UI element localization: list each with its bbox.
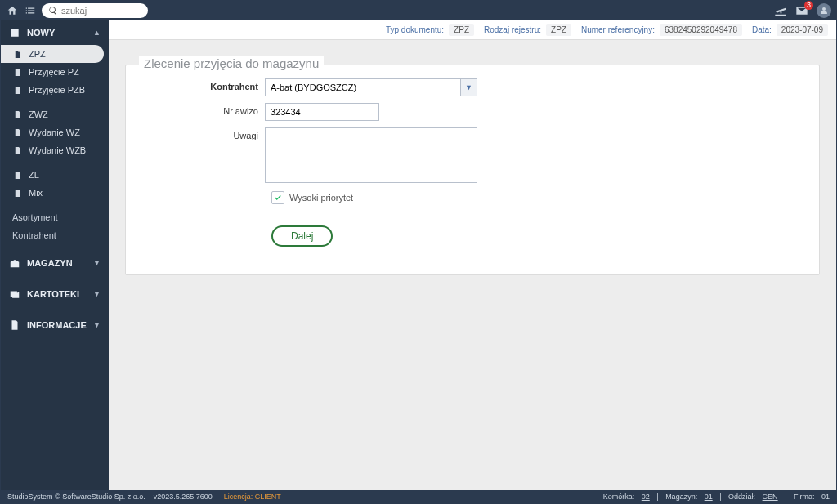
footer-magazyn-value[interactable]: 01	[705, 493, 713, 501]
sidebar-item-wydanie-wz[interactable]: Wydanie WZ	[1, 123, 109, 141]
form-panel: Zlecenie przyjęcia do magazynu Kontrahen…	[125, 65, 820, 275]
footer-copyright: StudioSystem © SoftwareStudio Sp. z o.o.…	[7, 493, 213, 501]
sidebar-item-przyjecie-pz[interactable]: Przyjęcie PZ	[1, 63, 109, 81]
home-icon[interactable]	[6, 4, 19, 17]
document-icon	[12, 170, 22, 180]
search-input[interactable]	[61, 6, 141, 16]
kontrahent-input[interactable]	[265, 78, 461, 96]
document-icon	[12, 145, 22, 155]
sidebar-item-zwz[interactable]: ZWZ	[1, 105, 109, 123]
chevron-up-icon: ▲	[93, 29, 101, 37]
sidebar-item-wydanie-wzb[interactable]: Wydanie WZB	[1, 141, 109, 159]
nr-awizo-input[interactable]	[265, 103, 379, 121]
search-icon	[48, 6, 58, 16]
footer-oddzial-label: Oddział:	[728, 493, 755, 501]
footer-magazyn-label: Magazyn:	[665, 493, 697, 501]
footer-licencja: Licencja: CLIENT	[224, 493, 281, 501]
data-label: Data:	[752, 25, 772, 34]
sidebar-section-informacje[interactable]: INFORMACJE ▼	[1, 313, 109, 337]
cards-icon	[9, 288, 20, 300]
wysoki-priorytet-label: Wysoki priorytet	[289, 193, 353, 203]
chevron-down-icon: ▼	[465, 83, 472, 91]
document-icon	[12, 188, 22, 198]
document-icon	[12, 109, 22, 119]
chevron-down-icon: ▼	[93, 321, 101, 329]
plus-box-icon	[9, 27, 20, 38]
topbar: 3	[1, 1, 836, 20]
uwagi-label: Uwagi	[150, 127, 265, 140]
kontrahent-label: Kontrahent	[150, 78, 265, 91]
sidebar-item-kontrahent[interactable]: Kontrahent	[1, 226, 109, 244]
user-icon[interactable]	[817, 3, 831, 18]
sidebar: NOWY ▲ ZPZ Przyjęcie PZ Przyjęcie PZB ZW…	[1, 20, 109, 490]
list-icon[interactable]	[24, 4, 37, 17]
dalej-button[interactable]: Dalej	[271, 225, 333, 247]
check-icon	[274, 194, 282, 202]
info-bar: Typ dokumentu: ZPZ Rodzaj rejestru: ZPZ …	[109, 20, 836, 40]
document-icon	[12, 67, 22, 77]
footer: StudioSystem © SoftwareStudio Sp. z o.o.…	[1, 490, 836, 503]
search-box	[42, 3, 148, 18]
footer-oddzial-value[interactable]: CEN	[763, 493, 778, 501]
numer-ref-value: 6382450292049478	[660, 24, 742, 36]
rodzaj-rejestru-value: ZPZ	[546, 24, 571, 36]
document-icon	[9, 319, 20, 331]
sidebar-section-kartoteki[interactable]: KARTOTEKI ▼	[1, 282, 109, 306]
uwagi-textarea[interactable]	[265, 127, 477, 183]
document-icon	[12, 49, 22, 59]
warehouse-icon	[9, 257, 20, 269]
document-icon	[12, 85, 22, 95]
panel-legend: Zlecenie przyjęcia do magazynu	[139, 56, 324, 70]
sidebar-item-przyjecie-pzb[interactable]: Przyjęcie PZB	[1, 81, 109, 99]
sidebar-item-mix[interactable]: Mix	[1, 184, 109, 202]
typ-dokumentu-value: ZPZ	[449, 24, 474, 36]
wysoki-priorytet-checkbox[interactable]	[271, 191, 284, 204]
footer-komorka-label: Komórka:	[603, 493, 635, 501]
sidebar-section-magazyn[interactable]: MAGAZYN ▼	[1, 251, 109, 275]
sidebar-item-asortyment[interactable]: Asortyment	[1, 208, 109, 226]
footer-firma-value: 01	[821, 493, 830, 501]
document-icon	[12, 127, 22, 137]
takeoff-icon[interactable]	[774, 4, 787, 17]
footer-firma-label: Firma:	[794, 493, 815, 501]
rodzaj-rejestru-label: Rodzaj rejestru:	[484, 25, 541, 34]
typ-dokumentu-label: Typ dokumentu:	[386, 25, 444, 34]
data-value: 2023-07-09	[777, 24, 828, 36]
kontrahent-dropdown-button[interactable]: ▼	[461, 78, 477, 96]
sidebar-item-zpz[interactable]: ZPZ	[1, 45, 104, 63]
mail-badge: 3	[804, 1, 813, 10]
sidebar-item-zl[interactable]: ZL	[1, 166, 109, 184]
numer-ref-label: Numer referencyjny:	[581, 25, 655, 34]
mail-icon[interactable]: 3	[795, 4, 808, 17]
chevron-down-icon: ▼	[93, 290, 101, 298]
footer-komorka-value[interactable]: 02	[642, 493, 650, 501]
sidebar-section-nowy[interactable]: NOWY ▲	[1, 20, 109, 45]
chevron-down-icon: ▼	[93, 259, 101, 267]
nr-awizo-label: Nr awizo	[150, 103, 265, 116]
